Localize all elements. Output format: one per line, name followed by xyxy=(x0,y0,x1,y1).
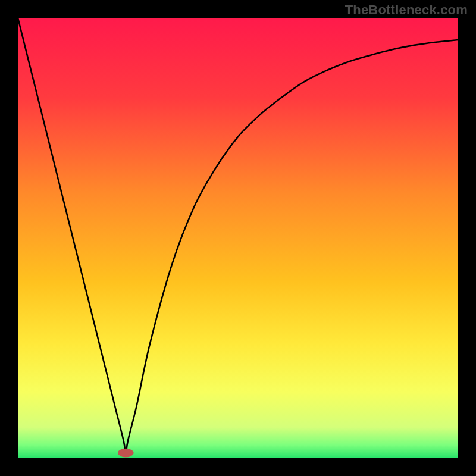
watermark-text: TheBottleneck.com xyxy=(345,2,468,18)
plot-area xyxy=(18,18,458,458)
chart-svg xyxy=(18,18,458,458)
chart-frame: TheBottleneck.com xyxy=(0,0,476,476)
gradient-background xyxy=(18,18,458,458)
minimum-marker xyxy=(118,449,134,458)
